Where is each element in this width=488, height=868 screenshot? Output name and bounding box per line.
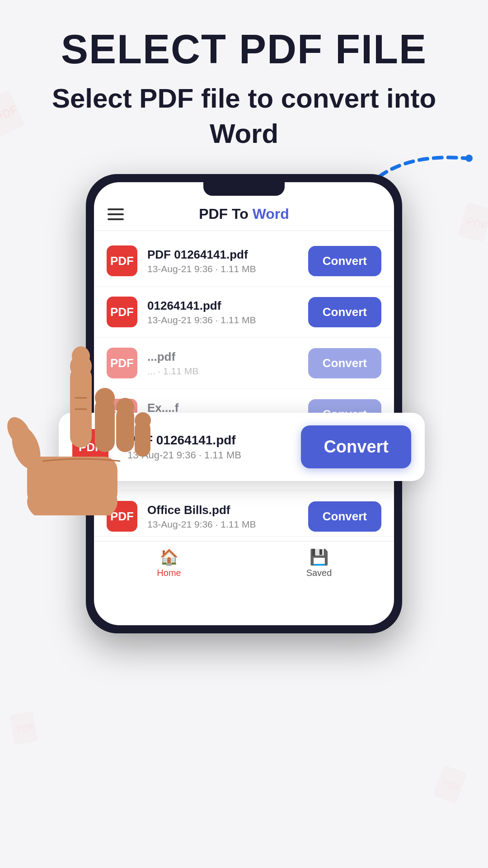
- file-meta: 13-Aug-21 9:36 · 1.11 MB: [147, 264, 308, 274]
- file-name: Office Bills.pdf: [147, 503, 308, 517]
- svg-rect-4: [9, 711, 38, 745]
- file-item: PDF Office Bills.pdf 13-Aug-21 9:36 · 1.…: [94, 491, 394, 537]
- phone-notch: [203, 182, 285, 196]
- floating-file-info: PDF 01264141.pdf 13-Aug-21 9:36 · 1.11 M…: [127, 433, 292, 461]
- bg-decorator-4: PDF: [425, 762, 477, 819]
- convert-button[interactable]: Convert: [308, 297, 381, 327]
- convert-button[interactable]: Convert: [308, 348, 381, 378]
- file-info: Office Bills.pdf 13-Aug-21 9:36 · 1.11 M…: [147, 503, 308, 530]
- svg-text:PDF: PDF: [465, 215, 488, 231]
- pdf-icon: PDF: [110, 255, 134, 267]
- file-item: PDF ...pdf ... · 1.11 MB Convert: [94, 338, 394, 389]
- svg-text:PDF: PDF: [15, 721, 36, 735]
- file-item: PDF PDF 01264141.pdf 13-Aug-21 9:36 · 1.…: [94, 236, 394, 287]
- file-meta: 13-Aug-21 9:36 · 1.11 MB: [147, 519, 308, 530]
- header-section: SELECT PDF FILE Select PDF file to conve…: [0, 0, 488, 160]
- convert-button[interactable]: Convert: [308, 246, 381, 276]
- floating-convert-button[interactable]: Convert: [301, 425, 411, 468]
- svg-rect-6: [432, 765, 467, 804]
- file-name: PDF 01264141.pdf: [147, 248, 308, 262]
- file-name: ...pdf: [147, 350, 308, 364]
- svg-point-11: [7, 422, 46, 473]
- hamburger-menu-icon[interactable]: [108, 208, 124, 220]
- pdf-icon-box: PDF: [107, 245, 137, 276]
- file-item: PDF 01264141.pdf 13-Aug-21 9:36 · 1.11 M…: [94, 287, 394, 338]
- svg-text:PDF: PDF: [440, 777, 463, 795]
- nav-item-saved[interactable]: 💾 Saved: [244, 548, 394, 578]
- svg-point-21: [135, 412, 151, 429]
- nav-label-home: Home: [157, 568, 181, 578]
- file-info: PDF 01264141.pdf 13-Aug-21 9:36 · 1.11 M…: [147, 248, 308, 274]
- pdf-icon: PDF: [110, 357, 134, 369]
- floating-file-name: PDF 01264141.pdf: [127, 433, 292, 448]
- file-info: 01264141.pdf 13-Aug-21 9:36 · 1.11 MB: [147, 299, 308, 326]
- file-meta: 13-Aug-21 9:36 · 1.11 MB: [147, 315, 308, 326]
- file-info: ...pdf ... · 1.11 MB: [147, 350, 308, 377]
- pdf-icon-box: PDF: [107, 297, 137, 327]
- pdf-icon: PDF: [110, 306, 134, 318]
- floating-pdf-icon-box: PDF: [72, 429, 108, 465]
- pdf-icon-box: PDF: [107, 501, 137, 532]
- floating-file-meta: 13-Aug-21 9:36 · 1.11 MB: [127, 449, 292, 461]
- bottom-navigation: 🏠 Home 💾 Saved: [94, 541, 394, 582]
- convert-button[interactable]: Convert: [308, 501, 381, 532]
- bg-decorator-2: PDF: [450, 199, 488, 257]
- bg-decorator-3: PDF: [5, 708, 49, 758]
- phone-screen: PDF To Word PDF PDF 01264141.pdf 13-Aug-…: [94, 182, 394, 625]
- file-meta: ... · 1.11 MB: [147, 366, 308, 377]
- floating-convert-card: PDF PDF 01264141.pdf 13-Aug-21 9:36 · 1.…: [59, 413, 425, 481]
- app-title-word: Word: [253, 206, 289, 222]
- pdf-icon-box: PDF: [107, 348, 137, 378]
- phone-mockup: PDF To Word PDF PDF 01264141.pdf 13-Aug-…: [86, 174, 402, 633]
- app-title: PDF To Word: [199, 206, 289, 222]
- floating-pdf-icon: PDF: [79, 441, 102, 453]
- main-title: SELECT PDF FILE: [27, 27, 461, 72]
- phone-outer: PDF To Word PDF PDF 01264141.pdf 13-Aug-…: [86, 174, 402, 633]
- sub-title: Select PDF file to convert into Word: [27, 81, 461, 151]
- file-name: 01264141.pdf: [147, 299, 308, 313]
- file-list: PDF PDF 01264141.pdf 13-Aug-21 9:36 · 1.…: [94, 231, 394, 541]
- home-icon: 🏠: [160, 548, 178, 566]
- nav-item-home[interactable]: 🏠 Home: [94, 548, 244, 578]
- nav-label-saved: Saved: [306, 568, 332, 578]
- pdf-icon: PDF: [110, 510, 134, 522]
- svg-rect-2: [458, 202, 488, 242]
- svg-point-12: [2, 413, 35, 451]
- saved-icon: 💾: [310, 548, 328, 566]
